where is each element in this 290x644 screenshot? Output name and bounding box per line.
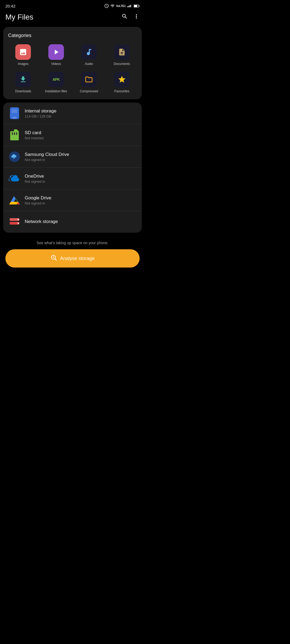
category-audio[interactable]: Audio <box>74 44 104 66</box>
sdcard-name: SD card <box>25 130 136 136</box>
storage-item-onedrive[interactable]: OneDrive Not signed in <box>3 167 142 189</box>
installation-icon-wrap: APK <box>48 72 64 87</box>
documents-label: Documents <box>114 62 130 66</box>
onedrive-icon <box>9 173 20 184</box>
svg-rect-5 <box>139 5 140 6</box>
svg-rect-13 <box>12 132 13 135</box>
google-drive-name: Google Drive <box>25 195 136 201</box>
downloads-icon <box>19 75 27 83</box>
documents-icon-wrap <box>114 44 130 60</box>
app-header: My Files <box>0 11 145 27</box>
storage-hint: See what's taking up space on your phone… <box>37 241 108 245</box>
svg-rect-10 <box>12 109 17 113</box>
page-title: My Files <box>5 13 33 21</box>
google-drive-sub: Not signed in <box>25 201 136 205</box>
analyse-storage-button[interactable]: Analyse storage <box>5 249 140 268</box>
favourites-icon <box>118 75 126 84</box>
wifi-icon <box>110 4 115 8</box>
bottom-section: See what's taking up space on your phone… <box>0 236 145 276</box>
status-bar: 20:42 VoLTE1 <box>0 0 145 11</box>
sdcard-sub: Not inserted <box>25 136 136 140</box>
svg-line-26 <box>55 259 56 260</box>
svg-point-24 <box>18 223 19 224</box>
svg-rect-2 <box>129 5 130 8</box>
apk-text: APK <box>52 77 60 82</box>
svg-point-23 <box>18 219 19 220</box>
category-favourites[interactable]: Favourites <box>107 72 137 94</box>
storage-item-sdcard[interactable]: SD card Not inserted <box>3 124 142 146</box>
storage-item-internal[interactable]: Internal storage 114 GB / 128 GB <box>3 103 142 124</box>
categories-card: Categories Images Videos Audio <box>3 27 142 99</box>
svg-rect-9 <box>13 117 16 118</box>
onedrive-name: OneDrive <box>25 174 136 179</box>
google-drive-info: Google Drive Not signed in <box>25 195 136 205</box>
category-images[interactable]: Images <box>8 44 38 66</box>
downloads-label: Downloads <box>15 89 31 94</box>
favourites-label: Favourites <box>114 89 129 94</box>
more-options-icon[interactable] <box>133 13 140 21</box>
audio-icon-wrap <box>81 44 97 60</box>
internal-storage-name: Internal storage <box>25 108 136 114</box>
images-icon <box>19 48 27 56</box>
svg-marker-12 <box>10 129 19 131</box>
svg-rect-3 <box>130 5 131 7</box>
compressed-icon-wrap <box>81 72 97 87</box>
compressed-label: Compressed <box>80 89 98 94</box>
videos-icon <box>52 48 60 56</box>
storage-item-google-drive[interactable]: Google Drive Not signed in <box>3 189 142 211</box>
samsung-cloud-sub: Not signed in <box>25 158 136 162</box>
status-time: 20:42 <box>5 4 16 8</box>
signal-icon <box>127 4 132 8</box>
search-icon[interactable] <box>121 13 128 21</box>
installation-label: Installation files <box>45 89 67 94</box>
lte-indicator: VoLTE1 <box>116 5 126 8</box>
svg-rect-7 <box>88 79 90 79</box>
svg-rect-14 <box>14 132 15 135</box>
internal-storage-info: Internal storage 114 GB / 128 GB <box>25 108 136 118</box>
storage-item-network[interactable]: Network storage <box>3 211 142 233</box>
compressed-icon <box>85 75 93 84</box>
network-storage-info: Network storage <box>25 219 136 225</box>
onedrive-info: OneDrive Not signed in <box>25 174 136 184</box>
videos-icon-wrap <box>48 44 64 60</box>
images-icon-wrap <box>15 44 31 60</box>
internal-storage-sub: 114 GB / 128 GB <box>25 114 136 118</box>
favourites-icon-wrap <box>114 72 130 87</box>
header-actions <box>121 13 140 21</box>
svg-rect-1 <box>128 6 129 7</box>
internal-storage-icon <box>9 107 20 119</box>
samsung-cloud-name: Samsung Cloud Drive <box>25 152 136 157</box>
svg-rect-15 <box>16 132 17 135</box>
category-documents[interactable]: Documents <box>107 44 137 66</box>
battery-icon <box>134 4 140 8</box>
samsung-cloud-icon <box>9 151 20 163</box>
analyse-icon <box>50 254 57 263</box>
status-icons: VoLTE1 <box>104 3 140 8</box>
analyse-label: Analyse storage <box>60 256 95 261</box>
svg-rect-6 <box>134 5 137 7</box>
audio-icon <box>85 48 93 56</box>
network-storage-name: Network storage <box>25 219 136 224</box>
network-storage-icon <box>9 216 20 228</box>
category-downloads[interactable]: Downloads <box>8 72 38 94</box>
svg-rect-0 <box>127 6 128 7</box>
alarm-icon <box>104 3 109 8</box>
storage-card: Internal storage 114 GB / 128 GB SD card… <box>3 103 142 233</box>
downloads-icon-wrap <box>15 72 31 87</box>
samsung-cloud-info: Samsung Cloud Drive Not signed in <box>25 152 136 162</box>
sdcard-icon <box>9 129 20 141</box>
categories-title: Categories <box>8 33 137 38</box>
category-videos[interactable]: Videos <box>41 44 71 66</box>
categories-grid: Images Videos Audio Documents <box>8 44 137 93</box>
documents-icon <box>118 48 126 56</box>
sdcard-info: SD card Not inserted <box>25 130 136 140</box>
category-installation[interactable]: APK Installation files <box>41 72 71 94</box>
onedrive-sub: Not signed in <box>25 180 136 184</box>
category-compressed[interactable]: Compressed <box>74 72 104 94</box>
storage-item-samsung-cloud[interactable]: Samsung Cloud Drive Not signed in <box>3 146 142 167</box>
audio-label: Audio <box>85 62 93 66</box>
google-drive-icon <box>9 194 20 206</box>
images-label: Images <box>18 62 28 66</box>
videos-label: Videos <box>51 62 61 66</box>
